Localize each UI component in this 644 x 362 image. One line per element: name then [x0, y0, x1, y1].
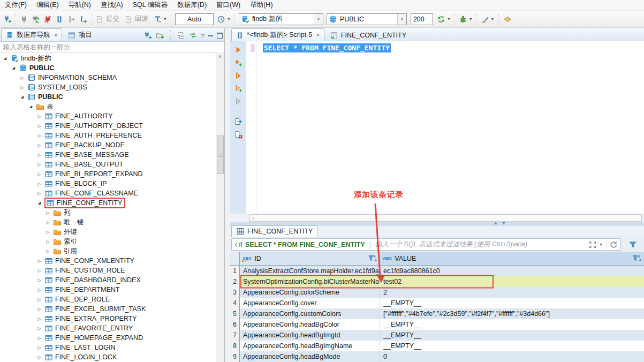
value-cell[interactable]: ["#ffffff","#4b7efe","#2c3d59","#f2f4f7"…: [380, 308, 644, 319]
tree-item-FINE_DEPARTMENT[interactable]: ▷FINE_DEPARTMENT: [0, 285, 216, 295]
view-menu-icon[interactable]: ▽: [201, 33, 204, 38]
id-cell[interactable]: SystemOptimizationConfig.biClusterMaster…: [240, 276, 380, 287]
table-row[interactable]: 2SystemOptimizationConfig.biClusterMaste…: [230, 276, 644, 287]
commit-button[interactable]: [94, 13, 105, 25]
expander-icon[interactable]: ▷: [45, 230, 51, 235]
fetch-size-input[interactable]: [411, 13, 433, 25]
reconnect-button[interactable]: [30, 13, 42, 25]
expander-icon[interactable]: ▷: [36, 153, 42, 157]
expander-icon[interactable]: ▷: [36, 259, 42, 263]
id-cell[interactable]: AppearanceConfig.colorScheme: [240, 287, 380, 298]
expander-icon[interactable]: ▷: [45, 249, 51, 254]
editor-horizontal-scrollbar[interactable]: ‹: [249, 214, 642, 222]
row-number-header[interactable]: [230, 252, 240, 265]
connection-combo[interactable]: findb-新的 ∨: [239, 13, 323, 25]
row-number-cell[interactable]: 3: [230, 287, 240, 298]
value-cell[interactable]: __EMPTY__: [380, 330, 644, 341]
auto-commit-combo[interactable]: Auto: [175, 13, 214, 25]
filter-sort-icon[interactable]: [633, 255, 641, 262]
results-tab[interactable]: FINE_CONF_ENTITY: [231, 225, 317, 237]
value-cell[interactable]: test02: [380, 276, 644, 287]
dropdown-arrow-icon[interactable]: ▼: [227, 17, 231, 21]
value-cell[interactable]: __EMPTY__: [380, 298, 644, 308]
dropdown-arrow-icon[interactable]: ▼: [491, 17, 495, 21]
column-header-id[interactable]: ABC ID: [240, 252, 380, 265]
new-folder-button[interactable]: [156, 31, 164, 40]
column-header-value[interactable]: ABC VALUE: [380, 252, 644, 265]
expander-icon[interactable]: ▷: [36, 288, 42, 292]
tab-projects[interactable]: 项目: [63, 28, 96, 41]
tree-item-PUBLIC[interactable]: ◢PUBLIC: [0, 63, 216, 73]
execute-statement-button[interactable]: [234, 46, 243, 54]
expand-filter-icon[interactable]: [588, 240, 597, 249]
sql-selected-text[interactable]: SELECT * FROM FINE_CONF_ENTITY: [263, 43, 391, 52]
id-cell[interactable]: AppearanceConfig.customColors: [240, 308, 380, 319]
filter-sort-icon[interactable]: [368, 255, 377, 262]
menu-item[interactable]: 帮助(H): [245, 0, 277, 10]
minimize-icon[interactable]: [208, 35, 213, 38]
collapse-all-button[interactable]: [177, 31, 185, 40]
expander-icon[interactable]: ▷: [36, 355, 42, 360]
menu-item[interactable]: 文件(F): [0, 0, 32, 10]
expander-icon[interactable]: ▷: [45, 220, 51, 225]
table-row[interactable]: 7AppearanceConfig.headBgImgId__EMPTY__: [230, 330, 644, 341]
tree-item-FINE_DEP_ROLE[interactable]: ▷FINE_DEP_ROLE: [0, 295, 216, 304]
expander-icon[interactable]: ▷: [36, 345, 42, 350]
rollback-button[interactable]: [123, 13, 134, 25]
back-button[interactable]: [501, 13, 513, 25]
tree-item-FINE_AUTH_PREFERENCE[interactable]: ▷FINE_AUTH_PREFERENCE: [0, 131, 216, 140]
expander-icon[interactable]: ▷: [36, 297, 42, 302]
tree-item-FINE_AUTHORITY_OBJECT[interactable]: ▷FINE_AUTHORITY_OBJECT: [0, 121, 216, 131]
debug-button[interactable]: [457, 13, 469, 25]
expander-icon[interactable]: ▷: [36, 336, 42, 341]
menu-item[interactable]: 查找(A): [96, 0, 128, 10]
expander-icon[interactable]: ▷: [36, 278, 42, 283]
tree-item-FINE_BASE_MESSAGE[interactable]: ▷FINE_BASE_MESSAGE: [0, 150, 216, 160]
tree-item-FINE_BLOCK_IP[interactable]: ▷FINE_BLOCK_IP: [0, 179, 216, 188]
menu-item[interactable]: 数据库(D): [172, 0, 211, 10]
table-row[interactable]: 8AppearanceConfig.headBgImgName__EMPTY__: [230, 341, 644, 351]
tree-item-FINE_LOGIN_LOCK[interactable]: ▷FINE_LOGIN_LOCK: [0, 352, 216, 362]
tree-item-FINE_DASHBOARD_INDEX[interactable]: ▷FINE_DASHBOARD_INDEX: [0, 275, 216, 285]
sql-text-area[interactable]: SELECT * FROM FINE_CONF_ENTITY: [256, 41, 644, 214]
export-result-button[interactable]: [234, 117, 243, 126]
expander-icon[interactable]: ◢: [28, 104, 34, 109]
new-connection-button[interactable]: [2, 13, 13, 25]
tree-item-FINE_CUSTOM_ROLE[interactable]: ▷FINE_CUSTOM_ROLE: [0, 266, 216, 275]
tree-item-PUBLIC[interactable]: ◢PUBLIC: [0, 92, 216, 102]
menu-item[interactable]: 窗口(W): [211, 0, 245, 10]
menu-item[interactable]: 编辑(E): [32, 0, 64, 10]
connect-button[interactable]: [18, 13, 30, 25]
tree-item-FINE_AUTHORITY[interactable]: ▷FINE_AUTHORITY: [0, 111, 216, 121]
table-name-filter-input[interactable]: 输入表格名称的一部分: [0, 42, 224, 53]
tree-item-表[interactable]: ◢表: [0, 102, 216, 111]
tree-item-外键[interactable]: ▷外键: [0, 227, 216, 237]
maximize-icon[interactable]: [217, 33, 223, 39]
expander-icon[interactable]: ◢: [2, 56, 8, 61]
value-cell[interactable]: __EMPTY__: [380, 341, 644, 351]
row-number-cell[interactable]: 7: [230, 330, 240, 341]
tree-item-FINE_BACKUP_NODE[interactable]: ▷FINE_BACKUP_NODE: [0, 140, 216, 150]
expander-icon[interactable]: ▷: [36, 307, 42, 312]
expander-icon[interactable]: ▷: [36, 172, 42, 177]
execute-new-tab-button[interactable]: [234, 58, 243, 67]
expander-icon[interactable]: ◢: [36, 201, 42, 205]
tree-item-FINE_BI_REPORT_EXPAND[interactable]: ▷FINE_BI_REPORT_EXPAND: [0, 169, 216, 179]
expander-icon[interactable]: ▷: [36, 268, 42, 273]
id-cell[interactable]: AppearanceConfig.headBgMode: [240, 351, 380, 362]
menu-item[interactable]: 导航(N): [64, 0, 96, 10]
id-cell[interactable]: AppearanceConfig.headBgColor: [240, 319, 380, 330]
schema-combo[interactable]: PUBLIC ∨: [327, 13, 407, 25]
tree-item-引用[interactable]: ▷引用: [0, 246, 216, 256]
script-error-button[interactable]: [234, 130, 243, 139]
menu-item[interactable]: SQL 编辑器: [128, 0, 173, 10]
row-number-cell[interactable]: 8: [230, 341, 240, 351]
value-cell[interactable]: __EMPTY__: [380, 319, 644, 330]
dropdown-arrow-icon[interactable]: ▼: [599, 243, 603, 246]
explain-plan-button[interactable]: [234, 97, 243, 105]
close-icon[interactable]: ✕: [316, 33, 320, 38]
id-cell[interactable]: AppearanceConfig.cover: [240, 298, 380, 308]
value-cell[interactable]: 0: [380, 351, 644, 362]
close-icon[interactable]: ✕: [54, 33, 58, 38]
sash-up-icon[interactable]: ▲: [494, 221, 498, 225]
